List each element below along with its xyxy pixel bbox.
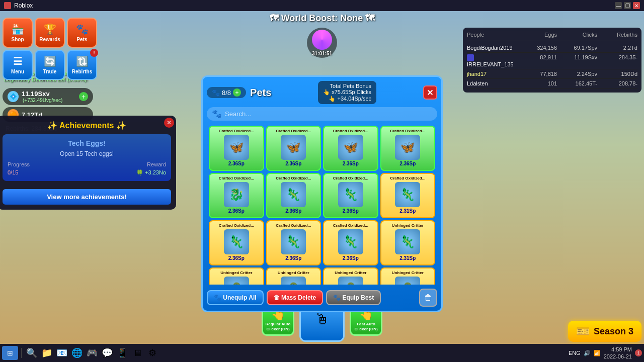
pet-image: 🐉 [224,182,249,207]
title-bar-left: Roblox [4,2,33,9]
lb-name-2: jhand17 [467,71,517,77]
list-item[interactable]: Crafted Oxidized...🦎2.36Sp [323,220,378,265]
lb-eggs-3: 101 [517,80,557,86]
achievements-close-button[interactable]: ✕ [164,118,174,128]
lb-name-3: Ldalsten [467,80,517,86]
sidebar-buttons: 🏪 Shop 🏆 Rewards 🐾 Pets ☰ Menu 🔄 Trade [3,18,97,80]
pet-image: 🦋 [338,135,363,160]
list-item[interactable]: Unhinged Critter🐊2.31Sp [266,267,321,285]
pet-value: 2.36Sp [285,208,301,214]
pet-value: 2.36Sp [228,208,245,214]
close-button[interactable]: ✕ [633,2,640,9]
pet-name: Crafted Oxidized... [390,176,425,181]
pet-name: Unhinged Critter [278,270,309,276]
list-item[interactable]: Crafted Oxidized...🦋2.36Sp [380,126,436,171]
roblox-icon [4,2,11,9]
lb-rebirths-1: 284.35- [597,54,637,67]
world-boost-banner: 🗺 World Boost: None 🗺 [270,13,375,24]
lb-clicks-0: 69.17Spv [557,45,597,51]
pet-value: 2.36Sp [228,255,245,261]
search-icon: 🐾 [212,109,222,119]
list-item[interactable]: Crafted Oxidized...🦎2.36Sp [323,173,378,218]
taskbar-explorer-icon[interactable]: 📁 [40,346,54,360]
pet-image: 🦎 [224,229,249,254]
achievement-card: Tech Eggs! Open 15 Tech eggs! Progress R… [3,134,171,181]
pet-image: 🦋 [224,135,249,160]
sidebar-row-1: 🏪 Shop 🏆 Rewards 🐾 Pets [3,18,97,48]
start-button[interactable]: ⊞ [2,346,18,360]
sp-rate: (+732.49Uvg/sec) [23,98,62,103]
pets-icon: 🐾 [76,23,89,35]
pet-value: 2.36Sp [343,255,359,261]
achievement-description: Open 15 Tech eggs! [8,150,166,157]
list-item[interactable]: Unhinged Critter🐊2.31Sp [209,267,264,285]
volume-taskbar-icon[interactable]: 🔊 [584,350,591,356]
list-item[interactable]: Crafted Oxidized...🦎2.36Sp [266,220,321,265]
taskbar-app1-icon[interactable]: 📱 [115,346,129,360]
minimize-button[interactable]: — [615,2,622,9]
lb-icon-1 [467,54,474,61]
pet-name: Unhinged Critter [392,270,424,276]
trash-button[interactable]: 🗑 [419,289,437,307]
trade-button[interactable]: 🔄 Trade [35,50,65,80]
achievement-values: 0/15 🍀 +3.23No [8,169,166,176]
list-item[interactable]: Crafted Oxidized...🦋2.36Sp [323,126,378,171]
rebirths-notification: ! [90,49,98,57]
pets-bonus-clicks: 👆 x75.65Sp Clicks [323,89,371,96]
title-bar: Roblox — ❐ ✕ [0,0,644,11]
network-icon: 📶 [594,350,601,356]
pet-image: 🐊 [224,277,249,285]
achievement-card-title: Tech Eggs! [8,139,166,147]
mass-delete-button[interactable]: 🗑 Mass Delete [267,290,324,305]
sp-add-button[interactable]: + [79,92,88,101]
pet-name: Crafted Oxidized... [276,176,311,181]
sp-currency: 💠 11.19Sxv (+732.49Uvg/sec) + [3,88,93,105]
lb-clicks-2: 2.24Spv [557,71,597,77]
pet-name: Crafted Oxidized... [276,129,311,134]
list-item[interactable]: Unhinged Critter🦎2.31Sp [380,220,436,265]
lb-rebirths-2: 150Dd [597,71,637,77]
season-badge[interactable]: 🎫 Season 3 [568,321,641,342]
progress-label: Progress [8,161,30,167]
list-item[interactable]: Crafted Oxidized...🦎2.36Sp [266,173,321,218]
pet-value: 2.36Sp [285,161,301,166]
unequip-all-button[interactable]: 🐾 Unequip All [207,290,264,305]
maximize-button[interactable]: ❐ [624,2,631,9]
taskbar-game-icon[interactable]: 🎮 [85,346,99,360]
pets-capacity-add-button[interactable]: + [233,88,241,97]
taskbar-app3-icon[interactable]: ⚙ [145,346,159,360]
rebirths-button[interactable]: 🔃 Rebirths ! [67,50,97,80]
list-item[interactable]: Crafted Oxidized...🦎2.31Sp [380,173,436,218]
timer: 31:01:51 [307,28,337,58]
list-item[interactable]: Crafted Oxidized...🦋2.36Sp [209,126,264,171]
taskbar-chat-icon[interactable]: 💬 [100,346,114,360]
pet-name: Crafted Oxidized... [276,223,311,228]
lb-col-people: People [467,32,517,38]
taskbar-app2-icon[interactable]: 🖥 [130,346,144,360]
pets-panel-title: Pets [250,87,271,99]
menu-button[interactable]: ☰ Menu [3,50,33,80]
pets-close-button[interactable]: ✕ [423,85,437,100]
rewards-button[interactable]: 🏆 Rewards [35,18,65,48]
list-item[interactable]: Unhinged Critter🐊2.31Sp [380,267,436,285]
equip-best-button[interactable]: 🐾 Equip Best [326,290,381,305]
pet-value: 2.31Sp [399,208,416,214]
pets-button[interactable]: 🐾 Pets [67,18,97,48]
list-item[interactable]: Crafted Oxidized...🐉2.36Sp [209,173,264,218]
list-item[interactable]: Crafted Oxidized...🦎2.36Sp [209,220,264,265]
achievement-progress-row: Progress Reward [8,161,166,167]
taskbar-browser-icon[interactable]: 🌐 [70,346,84,360]
taskbar-datetime: 4:59 PM 2022-06-21 [604,346,632,360]
shop-button[interactable]: 🏪 Shop [3,18,33,48]
view-more-achievements-button[interactable]: View more achievements! [3,189,171,205]
taskbar-mail-icon[interactable]: 📧 [55,346,69,360]
trade-label: Trade [43,69,57,74]
keyboard-layout: ENG [569,350,581,356]
list-item[interactable]: Crafted Oxidized...🦋2.36Sp [266,126,321,171]
taskbar-search-icon[interactable]: 🔍 [25,346,39,360]
taskbar-separator [21,348,22,358]
pets-search-input[interactable] [225,110,432,118]
lb-rebirths-0: 2.2Td [597,45,637,51]
season-icon: 🎫 [576,325,590,338]
list-item[interactable]: Unhinged Critter🐊2.31Sp [323,267,378,285]
